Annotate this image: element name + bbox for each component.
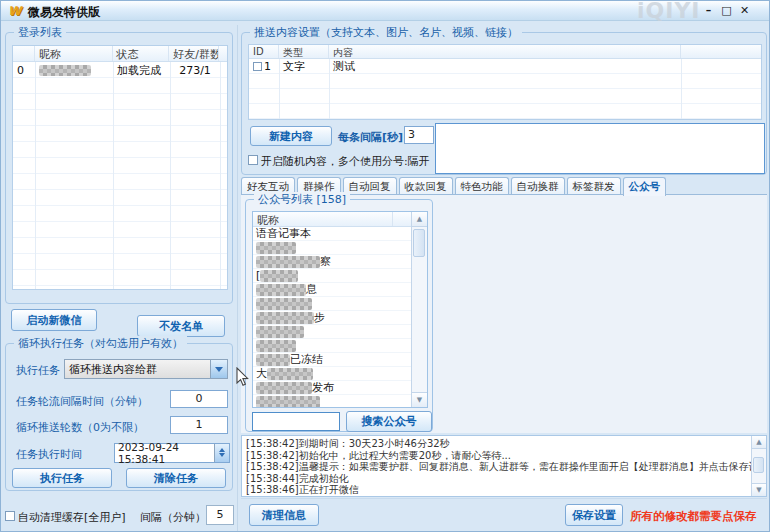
mp-list-title: 公众号列表 [158] [254,192,350,207]
col-status: 状态 [113,46,170,61]
exec-time-value: 2023-09-24 15:38:41 [115,441,214,465]
interval-label: 任务轮流间隔时间（分钟） [16,394,148,409]
scroll-up-icon[interactable]: ▲ [752,436,766,449]
nosend-list-button[interactable]: 不发名单 [137,315,225,337]
push-table-row[interactable]: 1 文字 测试 [249,59,761,74]
push-table-header: ID 类型 内容 [249,45,761,59]
scroll-down-icon[interactable]: ▼ [412,392,427,407]
col-counts: 好友/群数 [169,46,219,61]
clean-interval-label: 间隔（分钟） [140,510,206,525]
tab-item-6[interactable]: 标签群发 [567,177,621,195]
mp-search-button[interactable]: 搜索公众号 [346,411,432,432]
tab-item-2[interactable]: 自动回复 [343,177,397,195]
row-status: 加载完成 [113,62,170,79]
row-index: 0 [13,63,35,78]
run-task-button[interactable]: 执行任务 [12,468,112,488]
col-index [13,46,35,61]
tab-item-7[interactable]: 公众号 [623,177,667,196]
mp-list-row[interactable] [253,297,411,311]
mp-list-row[interactable]: 语音记事本 [253,227,411,241]
task-select-value: 循环推送内容给群 [65,362,210,377]
clean-info-button[interactable]: 清理信息 [249,504,319,526]
mp-list: 昵称 语音记事本 察 [ 息 步 已冻结 大 发布 红 ▲ [252,211,428,408]
col-nickname: 昵称 [253,212,393,226]
tab-item-4[interactable]: 特色功能 [455,177,509,195]
rounds-input[interactable]: 1 [170,416,228,434]
row-id: 1 [249,59,279,74]
mp-list-row[interactable]: 大 [253,367,411,381]
mp-list-row[interactable]: 发布 [253,381,411,395]
mp-list-row[interactable]: 察 [253,255,411,269]
mp-list-row[interactable]: [ [253,269,411,283]
random-checkbox[interactable] [248,155,258,165]
vscroll-thumb[interactable] [413,229,425,257]
scroll-down-icon[interactable]: ▼ [752,483,766,496]
row-counts: 273/1 [170,63,220,78]
task-label: 执行任务 [16,363,60,378]
login-table-body: 0 加载完成 273/1 [13,62,227,289]
app-title: 微易发特供版 [28,4,100,21]
content-textarea[interactable] [435,123,765,174]
login-hscrollbar[interactable]: ◀ ▶ [13,289,227,290]
save-notice: 所有的修改都需要点保存 [630,509,757,524]
tab-item-5[interactable]: 自动换群 [511,177,565,195]
exec-time-label: 任务执行时间 [16,447,82,462]
mp-list-group: 公众号列表 [158] 昵称 语音记事本 察 [ 息 步 已冻结 大 发布 红 [245,199,433,432]
tab-item-3[interactable]: 收款回复 [399,177,453,195]
video-watermark: iQIYI [637,0,701,23]
log-scroll-thumb[interactable] [753,457,764,473]
chevron-down-icon[interactable] [210,360,227,378]
login-table-row[interactable]: 0 加载完成 273/1 [13,62,227,78]
mp-list-row[interactable] [253,325,411,339]
gap-label: 每条间隔[秒] [338,130,403,145]
row-content: 测试 [329,58,681,75]
scroll-up-icon[interactable]: ▲ [412,212,427,227]
mp-list-row[interactable] [253,241,411,255]
new-content-button[interactable]: 新建内容 [250,126,332,146]
start-wechat-button[interactable]: 启动新微信 [11,309,97,331]
redacted-nickname [39,65,91,76]
interval-input[interactable]: 0 [170,390,228,408]
mp-list-row[interactable] [253,339,411,353]
log-lines: [15:38:42]到期时间：30天23小时46分32秒[15:38:42]初始… [242,436,751,496]
minimize-icon[interactable]: – [701,3,716,18]
save-settings-button[interactable]: 保存设置 [565,504,623,526]
gap-input[interactable]: 3 [404,126,434,144]
title-bar: iQIYI W 微易发特供版 – □ ✕ [1,1,770,21]
mp-list-row[interactable] [253,395,411,407]
mp-vscrollbar[interactable]: ▲ ▼ [411,212,427,407]
mouse-cursor [235,367,249,387]
maximize-icon[interactable]: □ [719,3,734,18]
push-content-group: 推送内容设置（支持文本、图片、名片、视频、链接） ID 类型 内容 1 文字 测… [241,32,767,175]
task-select[interactable]: 循环推送内容给群 [64,359,228,379]
col-nickname: 昵称 [35,46,113,61]
time-spinner[interactable] [214,444,229,462]
loop-task-title: 循环执行任务（对勾选用户有效） [14,336,187,351]
login-table-header: 昵称 状态 好友/群数 [13,46,227,62]
mp-list-row[interactable]: 已冻结 [253,353,411,367]
login-list-title: 登录列表 [14,25,66,40]
login-list-group: 登录列表 昵称 状态 好友/群数 0 加载完成 273/1 ◀ [5,32,233,304]
col-type: 类型 [279,45,329,58]
rounds-label: 循环推送轮数（0为不限） [16,420,144,435]
mp-search-input[interactable] [252,412,340,431]
mp-list-row[interactable]: 步 [253,311,411,325]
app-logo-icon: W [8,4,23,18]
close-icon[interactable]: ✕ [737,3,752,18]
loop-task-group: 循环执行任务（对勾选用户有效） 执行任务 循环推送内容给群 任务轮流间隔时间（分… [5,343,233,491]
exec-time-input[interactable]: 2023-09-24 15:38:41 [114,443,230,463]
mp-list-body: 语音记事本 察 [ 息 步 已冻结 大 发布 红 [253,227,411,407]
clear-task-button[interactable]: 清除任务 [126,468,226,488]
clean-interval-input[interactable]: 5 [206,505,234,525]
row-type: 文字 [279,58,329,75]
log-vscrollbar[interactable]: ▲ ▼ [751,436,766,496]
row-nickname [35,63,113,78]
row-checkbox[interactable] [253,62,262,71]
random-label: 开启随机内容，多个使用分号:隔开 [261,154,430,169]
mp-list-header: 昵称 [253,212,411,227]
mp-list-row[interactable]: 息 [253,283,411,297]
push-content-title: 推送内容设置（支持文本、图片、名片、视频、链接） [250,25,522,40]
log-box[interactable]: [15:38:42]到期时间：30天23小时46分32秒[15:38:42]初始… [241,435,767,497]
col-id: ID [249,45,279,58]
auto-clean-checkbox[interactable] [5,511,15,521]
